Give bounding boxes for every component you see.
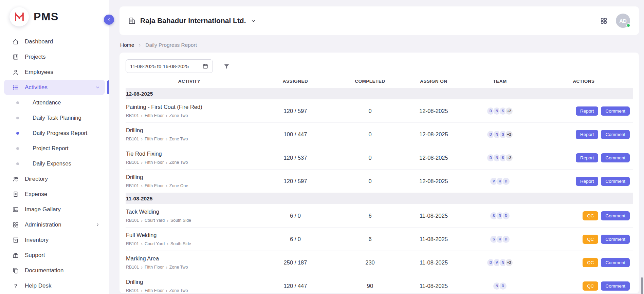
sidebar-item-label: Dashboard	[25, 38, 100, 45]
team-avatar[interactable]: D	[502, 177, 510, 185]
activity-path: RB101›Court Yard›South Side	[126, 218, 250, 223]
team-avatar[interactable]: D	[502, 212, 510, 220]
sidebar-item-projects[interactable]: Projects	[4, 49, 105, 64]
filter-icon[interactable]	[223, 63, 230, 70]
report-button[interactable]: Report	[576, 106, 599, 116]
path-segment[interactable]: Fifth Floor	[145, 113, 164, 118]
path-segment[interactable]: South Side	[170, 241, 191, 246]
company-selector[interactable]: Raja Bahadur International Ltd.	[128, 17, 256, 25]
path-segment[interactable]: RB101	[126, 183, 139, 188]
sidebar-item-inventory[interactable]: Inventory	[4, 232, 105, 248]
path-segment[interactable]: Fifth Floor	[145, 160, 164, 165]
qc-button[interactable]: QC	[583, 281, 598, 291]
team-avatar[interactable]: R	[499, 282, 507, 290]
activity-name[interactable]: Full Welding	[126, 232, 250, 238]
sidebar-collapse-button[interactable]	[104, 15, 114, 25]
team-extra-badge[interactable]: +2	[505, 130, 513, 139]
sidebar-item-documentation[interactable]: Documentation	[4, 263, 105, 278]
sidebar-item-expense[interactable]: Expense	[4, 187, 105, 202]
sidebar-item-dashboard[interactable]: Dashboard	[4, 34, 105, 49]
path-segment[interactable]: Zone One	[169, 183, 188, 188]
path-segment[interactable]: Zone Two	[169, 113, 188, 118]
comment-button[interactable]: Comment	[601, 153, 630, 162]
comment-button[interactable]: Comment	[601, 235, 630, 244]
chevron-right-icon: ›	[166, 183, 167, 188]
chevron-left-icon	[107, 17, 111, 22]
comment-button[interactable]: Comment	[601, 177, 630, 186]
activity-name[interactable]: Drilling	[126, 279, 250, 285]
path-segment[interactable]: Zone Two	[169, 160, 188, 165]
sidebar-subitem-daily-progress-report[interactable]: Daily Progress Report	[0, 125, 109, 141]
apps-grid-icon[interactable]	[600, 17, 608, 25]
activity-name[interactable]: Marking Area	[126, 255, 250, 262]
path-segment[interactable]: Court Yard	[145, 241, 165, 246]
sidebar-subitem-project-report[interactable]: Project Report	[0, 141, 109, 156]
comment-button[interactable]: Comment	[601, 281, 630, 291]
activity-name[interactable]: Drilling	[126, 174, 250, 180]
team-extra-badge[interactable]: +2	[505, 107, 513, 115]
sidebar-item-administration[interactable]: Administration	[4, 217, 105, 232]
column-header-assigned: ASSIGNED	[253, 79, 338, 84]
breadcrumb-home[interactable]: Home	[120, 42, 134, 48]
activity-name[interactable]: Tack Welding	[126, 209, 250, 215]
comment-button[interactable]: Comment	[601, 258, 630, 267]
sidebar-item-image-gallary[interactable]: Image Gallary	[4, 202, 105, 217]
path-segment[interactable]: Fifth Floor	[145, 265, 164, 270]
report-button[interactable]: Report	[576, 153, 599, 162]
assigned-value: 120 / 537	[253, 155, 338, 161]
path-segment[interactable]: Fifth Floor	[145, 288, 164, 293]
path-segment[interactable]: Court Yard	[145, 218, 165, 223]
sidebar-item-support[interactable]: Support	[4, 248, 105, 263]
team-avatar[interactable]: D	[502, 235, 510, 243]
path-segment[interactable]: Zone Two	[169, 265, 188, 270]
assigned-value: 6 / 0	[253, 236, 338, 242]
chevron-down-icon[interactable]	[251, 18, 256, 24]
sidebar-item-employees[interactable]: Employees	[4, 64, 105, 80]
activity-name[interactable]: Drilling	[126, 127, 250, 134]
date-range-input[interactable]: 11-08-2025 to 16-08-2025	[126, 59, 213, 73]
team-extra-badge[interactable]: +2	[505, 154, 513, 162]
path-segment[interactable]: RB101	[126, 288, 139, 293]
path-segment[interactable]: RB101	[126, 218, 139, 223]
activity-name[interactable]: Painting - First Coat (Fire Red)	[126, 104, 250, 110]
user-avatar[interactable]: AD	[616, 14, 630, 28]
report-button[interactable]: Report	[576, 177, 599, 186]
activity-name[interactable]: Tie Rod Fixing	[126, 151, 250, 157]
sidebar-item-label: Inventory	[25, 237, 100, 243]
comment-button[interactable]: Comment	[601, 130, 630, 139]
report-button[interactable]: Report	[576, 130, 599, 139]
qc-button[interactable]: QC	[583, 235, 598, 244]
path-segment[interactable]: South Side	[170, 218, 191, 223]
path-segment[interactable]: Fifth Floor	[145, 183, 164, 188]
path-segment[interactable]: Zone Two	[169, 137, 188, 141]
bullet-dot	[16, 117, 19, 119]
path-segment[interactable]: RB101	[126, 137, 139, 141]
table-row: Marking AreaRB101›Fifth Floor›Zone Two25…	[126, 251, 633, 274]
path-segment[interactable]: RB101	[126, 160, 139, 165]
sidebar-subitem-daily-expenses[interactable]: Daily Expenses	[0, 156, 109, 171]
actions-cell: ReportComment	[535, 153, 633, 162]
table-row: Tack WeldingRB101›Court Yard›South Side6…	[126, 204, 633, 228]
comment-button[interactable]: Comment	[601, 211, 630, 220]
sidebar-subitem-daily-task-planning[interactable]: Daily Task Planning	[0, 110, 109, 125]
comment-button[interactable]: Comment	[601, 106, 630, 116]
online-status-dot	[626, 23, 630, 27]
sidebar-item-directory[interactable]: Directory	[4, 171, 105, 187]
sidebar-subitem-attendance[interactable]: Attendance	[0, 95, 109, 110]
qc-button[interactable]: QC	[583, 211, 598, 220]
path-segment[interactable]: Zone Two	[169, 288, 188, 293]
path-segment[interactable]: RB101	[126, 113, 139, 118]
path-segment[interactable]: RB101	[126, 265, 139, 270]
bullet-dot	[16, 132, 19, 135]
sidebar-item-help-desk[interactable]: Help Desk	[4, 278, 105, 293]
path-segment[interactable]: RB101	[126, 241, 139, 246]
completed-value: 230	[338, 259, 402, 266]
path-segment[interactable]: Fifth Floor	[145, 137, 164, 141]
actions-cell: ReportComment	[535, 130, 633, 139]
filter-row: 11-08-2025 to 16-08-2025	[126, 59, 633, 73]
team-extra-badge[interactable]: +2	[505, 258, 513, 267]
scrollbar-thumb[interactable]	[641, 277, 643, 294]
qc-button[interactable]: QC	[583, 258, 598, 267]
sidebar-item-activities[interactable]: Activities	[4, 80, 105, 95]
sidebar-subitem-label: Daily Task Planning	[33, 115, 81, 121]
